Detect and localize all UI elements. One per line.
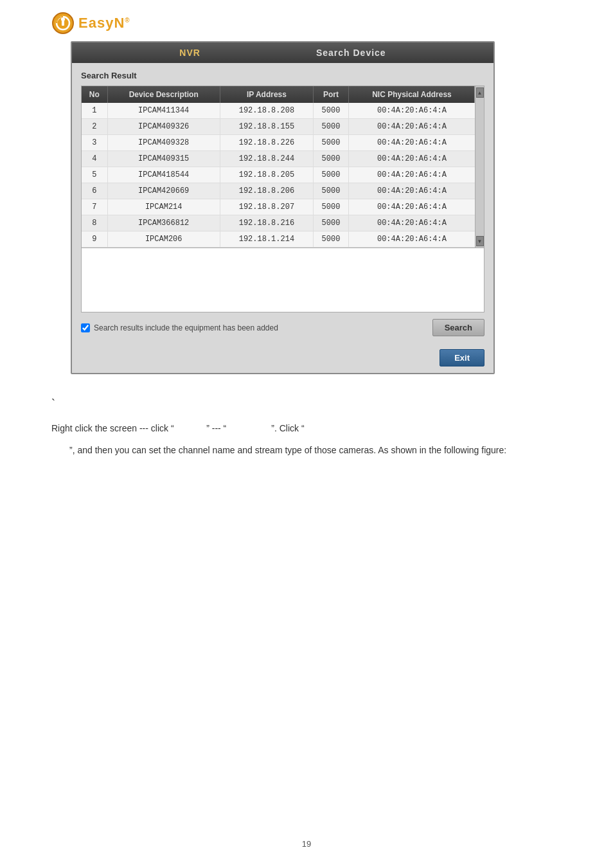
cell-mac: 00:4A:20:A6:4:A [348, 231, 475, 248]
cell-no: 1 [82, 103, 107, 119]
cell-desc: IPCAM418544 [107, 167, 220, 183]
include-added-checkbox[interactable] [81, 323, 90, 332]
cell-mac: 00:4A:20:A6:4:A [348, 183, 475, 199]
table-row[interactable]: 9 IPCAM206 192.18.1.214 5000 00:4A:20:A6… [82, 231, 475, 248]
cell-port: 5000 [313, 199, 348, 215]
checkbox-label[interactable]: Search results include the equipment has… [81, 323, 278, 332]
search-device-dialog: NVR Search Device Search Result No Devic… [71, 41, 495, 374]
dialog-body: Search Result No Device Description IP A… [72, 63, 493, 345]
cell-ip: 192.18.8.216 [220, 215, 313, 231]
cell-port: 5000 [313, 135, 348, 151]
cell-no: 7 [82, 199, 107, 215]
bottom-controls: Search results include the equipment has… [81, 319, 484, 336]
cell-mac: 00:4A:20:A6:4:A [348, 119, 475, 135]
cell-no: 4 [82, 151, 107, 167]
cell-desc: IPCAM409326 [107, 119, 220, 135]
table-body: 1 IPCAM411344 192.18.8.208 5000 00:4A:20… [82, 103, 475, 248]
section-title: Search Result [81, 71, 484, 80]
exit-bar: Exit [72, 345, 493, 373]
search-result-table: No Device Description IP Address Port NI… [82, 86, 475, 248]
cell-desc: IPCAM206 [107, 231, 220, 248]
cell-ip: 192.18.8.155 [220, 119, 313, 135]
cell-ip: 192.18.8.208 [220, 103, 313, 119]
dialog-titlebar: NVR Search Device [72, 42, 493, 63]
cell-mac: 00:4A:20:A6:4:A [348, 199, 475, 215]
cell-no: 9 [82, 231, 107, 248]
cell-desc: IPCAM420669 [107, 183, 220, 199]
cell-port: 5000 [313, 183, 348, 199]
search-button[interactable]: Search [432, 319, 484, 336]
cell-no: 8 [82, 215, 107, 231]
table-header: No Device Description IP Address Port NI… [82, 86, 475, 103]
table-row[interactable]: 3 IPCAM409328 192.18.8.226 5000 00:4A:20… [82, 135, 475, 151]
svg-rect-3 [62, 21, 64, 26]
table-row[interactable]: 8 IPCAM366812 192.18.8.216 5000 00:4A:20… [82, 215, 475, 231]
col-desc: Device Description [107, 86, 220, 103]
cell-mac: 00:4A:20:A6:4:A [348, 103, 475, 119]
cell-port: 5000 [313, 231, 348, 248]
col-port: Port [313, 86, 348, 103]
cell-ip: 192.18.8.226 [220, 135, 313, 151]
cell-mac: 00:4A:20:A6:4:A [348, 135, 475, 151]
cell-mac: 00:4A:20:A6:4:A [348, 151, 475, 167]
cell-port: 5000 [313, 167, 348, 183]
nvr-label: NVR [179, 48, 200, 58]
dialog-title: Search Device [316, 48, 386, 58]
cell-mac: 00:4A:20:A6:4:A [348, 215, 475, 231]
text-line2-content: ”, and then you can set the channel name… [69, 445, 506, 455]
table-row[interactable]: 1 IPCAM411344 192.18.8.208 5000 00:4A:20… [82, 103, 475, 119]
cell-desc: IPCAM409315 [107, 151, 220, 167]
empty-space [81, 248, 484, 312]
cell-mac: 00:4A:20:A6:4:A [348, 167, 475, 183]
cell-ip: 192.18.8.205 [220, 167, 313, 183]
text-line1: Right click the screen --- click “ ” ---… [51, 420, 562, 437]
cell-desc: IPCAM366812 [107, 215, 220, 231]
easyn-logo-icon [51, 12, 75, 35]
cell-no: 2 [82, 119, 107, 135]
cell-port: 5000 [313, 215, 348, 231]
text-line1-part3: ”. Click “ [271, 423, 304, 433]
text-content: ` Right click the screen --- click “ ” -… [51, 393, 562, 458]
search-result-table-container: No Device Description IP Address Port NI… [81, 86, 484, 248]
backtick-char: ` [51, 393, 562, 414]
table-row[interactable]: 5 IPCAM418544 192.18.8.205 5000 00:4A:20… [82, 167, 475, 183]
cell-port: 5000 [313, 119, 348, 135]
cell-ip: 192.18.1.214 [220, 231, 313, 248]
text-line1-part1: Right click the screen --- click “ [51, 423, 174, 433]
cell-ip: 192.18.8.206 [220, 183, 313, 199]
logo-text: EasyN® [78, 15, 130, 32]
logo-area: EasyN® [0, 0, 613, 41]
col-no: No [82, 86, 107, 103]
col-ip: IP Address [220, 86, 313, 103]
scrollbar-up-button[interactable] [476, 87, 484, 98]
cell-no: 5 [82, 167, 107, 183]
cell-ip: 192.18.8.244 [220, 151, 313, 167]
table-row[interactable]: 7 IPCAM214 192.18.8.207 5000 00:4A:20:A6… [82, 199, 475, 215]
page-number: 19 [0, 839, 613, 849]
cell-no: 3 [82, 135, 107, 151]
scrollbar-track[interactable] [475, 86, 484, 248]
cell-port: 5000 [313, 103, 348, 119]
table-row[interactable]: 4 IPCAM409315 192.18.8.244 5000 00:4A:20… [82, 151, 475, 167]
cell-port: 5000 [313, 151, 348, 167]
col-mac: NIC Physical Address [348, 86, 475, 103]
cell-no: 6 [82, 183, 107, 199]
table-row[interactable]: 6 IPCAM420669 192.18.8.206 5000 00:4A:20… [82, 183, 475, 199]
exit-button[interactable]: Exit [440, 349, 484, 366]
cell-desc: IPCAM409328 [107, 135, 220, 151]
checkbox-text: Search results include the equipment has… [94, 323, 278, 332]
cell-ip: 192.18.8.207 [220, 199, 313, 215]
scrollbar-down-button[interactable] [476, 236, 484, 246]
text-line2: ”, and then you can set the channel name… [51, 442, 562, 458]
cell-desc: IPCAM411344 [107, 103, 220, 119]
table-row[interactable]: 2 IPCAM409326 192.18.8.155 5000 00:4A:20… [82, 119, 475, 135]
cell-desc: IPCAM214 [107, 199, 220, 215]
text-line1-part2: ” --- “ [206, 423, 226, 433]
